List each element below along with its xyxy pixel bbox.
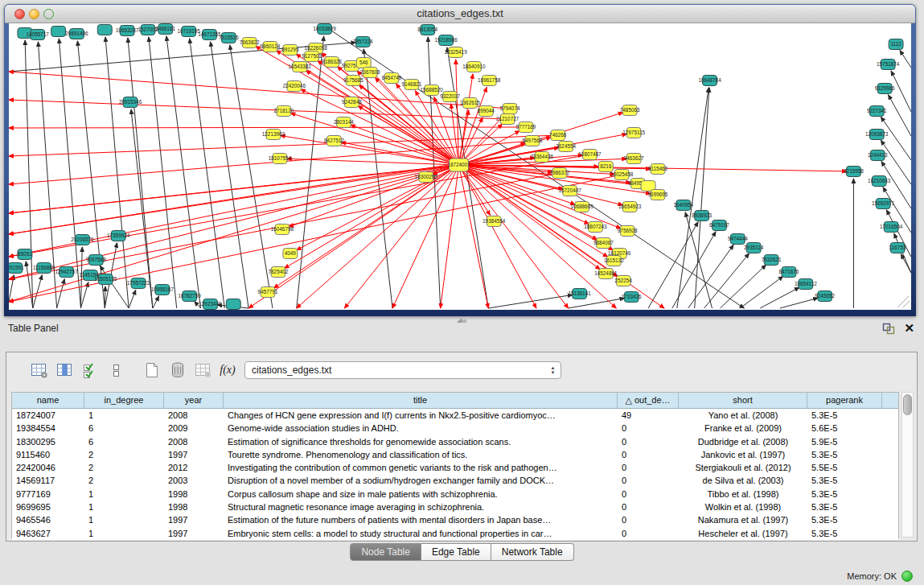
table-row[interactable]: 946362711997Embryonic stem cells: a mode… [12, 527, 898, 540]
cell-pagerank[interactable]: 5.3E-5 [807, 513, 882, 526]
tab-network-table[interactable]: Network Table [491, 543, 574, 561]
table-row[interactable]: 1456911722003Disruption of a novel membe… [12, 474, 898, 487]
column-header-title[interactable]: title [224, 393, 618, 408]
network-canvas[interactable]: 1405571720691406106532871527002646616110… [9, 23, 911, 310]
cell-indegree[interactable]: 1 [84, 513, 164, 526]
cell-year[interactable]: 2003 [164, 474, 224, 487]
edge[interactable] [33, 275, 43, 308]
selected-edge[interactable] [9, 165, 459, 302]
edge[interactable] [57, 279, 65, 308]
cell-outde[interactable]: 0 [618, 435, 679, 448]
cell-pagerank[interactable]: 5.3E-5 [807, 474, 882, 487]
selected-edge[interactable] [459, 165, 489, 308]
close-panel-icon[interactable]: ✕ [904, 321, 914, 336]
cell-name[interactable]: 9777169 [12, 488, 84, 501]
edge[interactable] [211, 42, 248, 308]
cell-indegree[interactable]: 2 [84, 474, 164, 487]
edge[interactable] [695, 88, 709, 308]
cell-outde[interactable]: 0 [618, 527, 679, 540]
select-all-icon[interactable] [80, 360, 101, 380]
cell-pagerank[interactable]: 5.9E-5 [807, 435, 882, 448]
edge[interactable] [648, 222, 698, 308]
cell-outde[interactable]: 0 [618, 448, 679, 461]
cell-outde[interactable]: 49 [618, 409, 679, 422]
cell-pagerank[interactable]: 5.3E-5 [807, 527, 882, 540]
selected-edge[interactable] [456, 60, 459, 165]
memory-status-indicator[interactable] [901, 571, 913, 582]
cell-title[interactable]: Disruption of a novel member of a sodium… [224, 474, 618, 487]
cell-pagerank[interactable]: 5.6E-5 [807, 422, 882, 435]
cell-year[interactable]: 1997 [164, 513, 224, 526]
cell-pagerank[interactable]: 5.3E-5 [807, 488, 882, 501]
table-row[interactable]: 946554611997Estimation of the future num… [12, 513, 898, 526]
cell-title[interactable]: Investigating the contribution of common… [224, 461, 618, 474]
cell-outde[interactable]: 0 [618, 488, 679, 501]
canvas-resize-grip[interactable] [897, 296, 909, 307]
node[interactable] [97, 25, 112, 35]
cell-year[interactable]: 1997 [164, 527, 224, 540]
cell-pagerank[interactable]: 5.3E-5 [807, 448, 882, 461]
column-header-pagerank[interactable]: pagerank [807, 393, 882, 408]
cell-short[interactable]: Stergiakouli et al. (2012) [679, 461, 807, 474]
cell-year[interactable]: 2012 [164, 461, 224, 474]
edge[interactable] [129, 290, 136, 308]
column-header-outde[interactable]: △ out_de… [618, 393, 679, 408]
edge[interactable] [297, 36, 324, 308]
cell-pagerank[interactable]: 5.5E-5 [807, 461, 882, 474]
cell-outde[interactable]: 0 [618, 422, 679, 435]
edge[interactable] [704, 253, 749, 308]
cell-name[interactable]: 22420046 [12, 461, 84, 474]
edge[interactable] [677, 88, 708, 308]
cell-short[interactable]: Wolkin et al. (1998) [679, 501, 807, 513]
cell-outde[interactable]: 0 [618, 501, 679, 513]
edge[interactable] [230, 45, 273, 308]
cell-name[interactable]: 14569117 [12, 474, 84, 487]
edge[interactable] [740, 276, 782, 308]
cell-name[interactable]: 9115460 [12, 448, 84, 461]
cell-name[interactable]: 19384554 [12, 422, 84, 435]
cell-indegree[interactable]: 2 [84, 461, 164, 474]
cell-short[interactable]: Nakamura et al. (1997) [679, 513, 807, 526]
cell-title[interactable]: Tourette syndrome. Phenomenology and cla… [224, 448, 618, 461]
edge[interactable] [901, 254, 911, 273]
selected-edge[interactable] [459, 165, 623, 205]
cell-year[interactable]: 1997 [164, 448, 224, 461]
node[interactable] [226, 299, 240, 310]
edge[interactable] [25, 40, 33, 308]
table-mode-icon[interactable] [29, 360, 50, 380]
tab-node-table[interactable]: Node Table [350, 543, 421, 561]
cell-name[interactable]: 9465546 [12, 513, 84, 526]
edge[interactable] [900, 51, 911, 68]
cell-title[interactable]: Embryonic stem cells: a model to study s… [224, 527, 618, 540]
tab-edge-table[interactable]: Edge Table [421, 543, 491, 561]
network-window-titlebar[interactable]: citations_edges.txt [5, 5, 915, 23]
cell-title[interactable]: Genome-wide association studies in ADHD. [224, 422, 618, 435]
column-header-indegree[interactable]: in_degree [84, 393, 164, 408]
selected-edge[interactable] [344, 165, 458, 308]
column-header-name[interactable]: name [12, 393, 84, 408]
cell-name[interactable]: 18724007 [12, 409, 84, 422]
cell-indegree[interactable]: 1 [84, 409, 164, 422]
cell-short[interactable]: Dudbridge et al. (2008) [679, 435, 807, 448]
edge[interactable] [720, 265, 766, 308]
delete-column-icon[interactable] [167, 360, 188, 380]
cell-outde[interactable]: 0 [618, 474, 679, 487]
cell-name[interactable]: 18300295 [12, 435, 84, 448]
cell-outde[interactable]: 0 [618, 513, 679, 526]
table-row[interactable]: 1830029562008Estimation of significance … [12, 435, 898, 448]
cell-indegree[interactable]: 6 [84, 435, 164, 448]
cell-outde[interactable]: 0 [618, 461, 679, 474]
table-row[interactable]: 911546021997Tourette syndrome. Phenomeno… [12, 448, 898, 461]
unselect-all-icon[interactable] [106, 360, 127, 380]
cell-pagerank[interactable]: 5.3E-5 [807, 501, 882, 513]
new-column-icon[interactable] [142, 360, 162, 380]
table-row[interactable]: 977716911998Corpus callosum shape and si… [12, 488, 898, 501]
canvas-resize-grip[interactable] [903, 301, 910, 307]
edge[interactable] [166, 36, 201, 308]
table-row[interactable]: 2242004622012Investigating the contribut… [12, 461, 898, 474]
table-select-dropdown[interactable]: citations_edges.txt▲▼ [244, 361, 561, 379]
cell-year[interactable]: 2008 [164, 409, 224, 422]
cell-year[interactable]: 1998 [164, 501, 224, 513]
column-header-short[interactable]: short [679, 393, 807, 408]
cell-short[interactable]: Franke et al. (2009) [679, 422, 807, 435]
